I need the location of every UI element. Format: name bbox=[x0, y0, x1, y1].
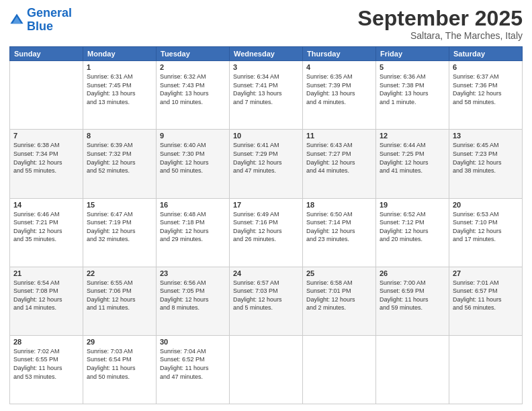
calendar-cell: 24Sunrise: 6:57 AM Sunset: 7:03 PM Dayli… bbox=[230, 267, 303, 335]
calendar-cell bbox=[230, 335, 303, 404]
calendar-cell bbox=[303, 335, 376, 404]
day-info: Sunrise: 6:49 AM Sunset: 7:16 PM Dayligh… bbox=[233, 210, 299, 244]
calendar-cell: 6Sunrise: 6:37 AM Sunset: 7:36 PM Daylig… bbox=[449, 61, 523, 130]
day-info: Sunrise: 6:34 AM Sunset: 7:41 PM Dayligh… bbox=[233, 73, 299, 106]
logo: General Blue bbox=[9, 7, 72, 34]
day-number: 24 bbox=[233, 269, 299, 277]
day-number: 3 bbox=[233, 63, 299, 71]
calendar-cell: 10Sunrise: 6:41 AM Sunset: 7:29 PM Dayli… bbox=[230, 130, 303, 198]
day-number: 6 bbox=[453, 63, 519, 71]
day-info: Sunrise: 6:38 AM Sunset: 7:34 PM Dayligh… bbox=[13, 141, 79, 175]
calendar-cell: 14Sunrise: 6:46 AM Sunset: 7:21 PM Dayli… bbox=[10, 198, 83, 267]
calendar-cell: 19Sunrise: 6:52 AM Sunset: 7:12 PM Dayli… bbox=[376, 198, 449, 267]
day-info: Sunrise: 6:40 AM Sunset: 7:30 PM Dayligh… bbox=[160, 141, 226, 175]
calendar-cell: 22Sunrise: 6:55 AM Sunset: 7:06 PM Dayli… bbox=[83, 267, 157, 335]
day-number: 15 bbox=[87, 201, 152, 209]
calendar-cell: 5Sunrise: 6:36 AM Sunset: 7:38 PM Daylig… bbox=[376, 61, 449, 130]
calendar-cell: 2Sunrise: 6:32 AM Sunset: 7:43 PM Daylig… bbox=[157, 61, 230, 130]
day-number: 9 bbox=[160, 132, 226, 140]
page: General Blue September 2025 Saltara, The… bbox=[0, 0, 532, 411]
calendar-cell: 17Sunrise: 6:49 AM Sunset: 7:16 PM Dayli… bbox=[230, 198, 303, 267]
day-number: 28 bbox=[13, 338, 79, 346]
day-info: Sunrise: 6:35 AM Sunset: 7:39 PM Dayligh… bbox=[306, 73, 372, 106]
day-number: 12 bbox=[380, 132, 445, 140]
logo-blue: Blue bbox=[27, 19, 53, 33]
weekday-header: Saturday bbox=[449, 47, 523, 61]
calendar-cell: 3Sunrise: 6:34 AM Sunset: 7:41 PM Daylig… bbox=[230, 61, 303, 130]
calendar-cell: 8Sunrise: 6:39 AM Sunset: 7:32 PM Daylig… bbox=[83, 130, 157, 198]
day-number: 30 bbox=[160, 338, 226, 346]
logo-general: General bbox=[27, 6, 72, 19]
weekday-header: Wednesday bbox=[230, 47, 303, 61]
calendar-cell: 7Sunrise: 6:38 AM Sunset: 7:34 PM Daylig… bbox=[10, 130, 83, 198]
day-info: Sunrise: 7:01 AM Sunset: 6:57 PM Dayligh… bbox=[453, 279, 519, 312]
calendar-cell: 9Sunrise: 6:40 AM Sunset: 7:30 PM Daylig… bbox=[157, 130, 230, 198]
day-info: Sunrise: 6:37 AM Sunset: 7:36 PM Dayligh… bbox=[453, 73, 519, 106]
weekday-header: Monday bbox=[83, 47, 157, 61]
calendar-header-row: SundayMondayTuesdayWednesdayThursdayFrid… bbox=[10, 47, 523, 61]
day-info: Sunrise: 7:02 AM Sunset: 6:55 PM Dayligh… bbox=[13, 347, 79, 381]
day-info: Sunrise: 6:48 AM Sunset: 7:18 PM Dayligh… bbox=[160, 210, 226, 244]
day-info: Sunrise: 7:00 AM Sunset: 6:59 PM Dayligh… bbox=[380, 279, 445, 312]
weekday-header: Tuesday bbox=[157, 47, 230, 61]
logo-text: General Blue bbox=[27, 7, 72, 34]
day-info: Sunrise: 7:04 AM Sunset: 6:52 PM Dayligh… bbox=[160, 347, 226, 381]
day-info: Sunrise: 6:57 AM Sunset: 7:03 PM Dayligh… bbox=[233, 279, 299, 312]
day-number: 17 bbox=[233, 201, 299, 209]
day-number: 21 bbox=[13, 269, 79, 277]
day-info: Sunrise: 6:39 AM Sunset: 7:32 PM Dayligh… bbox=[87, 141, 152, 175]
day-number: 10 bbox=[233, 132, 299, 140]
calendar-cell: 12Sunrise: 6:44 AM Sunset: 7:25 PM Dayli… bbox=[376, 130, 449, 198]
calendar-cell: 21Sunrise: 6:54 AM Sunset: 7:08 PM Dayli… bbox=[10, 267, 83, 335]
calendar-cell: 30Sunrise: 7:04 AM Sunset: 6:52 PM Dayli… bbox=[157, 335, 230, 404]
day-number: 5 bbox=[380, 63, 445, 71]
title-block: September 2025 Saltara, The Marches, Ita… bbox=[358, 7, 523, 41]
day-number: 19 bbox=[380, 201, 445, 209]
day-info: Sunrise: 6:47 AM Sunset: 7:19 PM Dayligh… bbox=[87, 210, 152, 244]
calendar-cell: 15Sunrise: 6:47 AM Sunset: 7:19 PM Dayli… bbox=[83, 198, 157, 267]
day-info: Sunrise: 7:03 AM Sunset: 6:54 PM Dayligh… bbox=[87, 347, 152, 381]
day-number: 11 bbox=[306, 132, 372, 140]
calendar-cell: 4Sunrise: 6:35 AM Sunset: 7:39 PM Daylig… bbox=[303, 61, 376, 130]
calendar-cell: 16Sunrise: 6:48 AM Sunset: 7:18 PM Dayli… bbox=[157, 198, 230, 267]
day-info: Sunrise: 6:50 AM Sunset: 7:14 PM Dayligh… bbox=[306, 210, 372, 244]
day-number: 22 bbox=[87, 269, 152, 277]
day-info: Sunrise: 6:56 AM Sunset: 7:05 PM Dayligh… bbox=[160, 279, 226, 312]
day-info: Sunrise: 6:52 AM Sunset: 7:12 PM Dayligh… bbox=[380, 210, 445, 244]
day-number: 2 bbox=[160, 63, 226, 71]
day-info: Sunrise: 6:32 AM Sunset: 7:43 PM Dayligh… bbox=[160, 73, 226, 106]
logo-icon bbox=[9, 13, 24, 28]
day-info: Sunrise: 6:55 AM Sunset: 7:06 PM Dayligh… bbox=[87, 279, 152, 312]
calendar-cell: 27Sunrise: 7:01 AM Sunset: 6:57 PM Dayli… bbox=[449, 267, 523, 335]
calendar-cell: 23Sunrise: 6:56 AM Sunset: 7:05 PM Dayli… bbox=[157, 267, 230, 335]
day-number: 7 bbox=[13, 132, 79, 140]
day-info: Sunrise: 6:44 AM Sunset: 7:25 PM Dayligh… bbox=[380, 141, 445, 175]
day-number: 1 bbox=[87, 63, 152, 71]
day-number: 16 bbox=[160, 201, 226, 209]
calendar-cell: 11Sunrise: 6:43 AM Sunset: 7:27 PM Dayli… bbox=[303, 130, 376, 198]
day-number: 14 bbox=[13, 201, 79, 209]
weekday-header: Friday bbox=[376, 47, 449, 61]
day-info: Sunrise: 6:31 AM Sunset: 7:45 PM Dayligh… bbox=[87, 73, 152, 106]
calendar-week-row: 14Sunrise: 6:46 AM Sunset: 7:21 PM Dayli… bbox=[10, 198, 523, 267]
calendar-week-row: 28Sunrise: 7:02 AM Sunset: 6:55 PM Dayli… bbox=[10, 335, 523, 404]
location: Saltara, The Marches, Italy bbox=[358, 30, 523, 41]
day-number: 20 bbox=[453, 201, 519, 209]
day-number: 27 bbox=[453, 269, 519, 277]
calendar-cell bbox=[10, 61, 83, 130]
day-info: Sunrise: 6:45 AM Sunset: 7:23 PM Dayligh… bbox=[453, 141, 519, 175]
calendar-cell: 29Sunrise: 7:03 AM Sunset: 6:54 PM Dayli… bbox=[83, 335, 157, 404]
calendar-cell: 18Sunrise: 6:50 AM Sunset: 7:14 PM Dayli… bbox=[303, 198, 376, 267]
calendar-week-row: 21Sunrise: 6:54 AM Sunset: 7:08 PM Dayli… bbox=[10, 267, 523, 335]
calendar-week-row: 7Sunrise: 6:38 AM Sunset: 7:34 PM Daylig… bbox=[10, 130, 523, 198]
day-number: 4 bbox=[306, 63, 372, 71]
day-number: 8 bbox=[87, 132, 152, 140]
day-info: Sunrise: 6:53 AM Sunset: 7:10 PM Dayligh… bbox=[453, 210, 519, 244]
calendar-cell: 28Sunrise: 7:02 AM Sunset: 6:55 PM Dayli… bbox=[10, 335, 83, 404]
calendar-cell: 25Sunrise: 6:58 AM Sunset: 7:01 PM Dayli… bbox=[303, 267, 376, 335]
calendar-cell: 13Sunrise: 6:45 AM Sunset: 7:23 PM Dayli… bbox=[449, 130, 523, 198]
day-info: Sunrise: 6:41 AM Sunset: 7:29 PM Dayligh… bbox=[233, 141, 299, 175]
header: General Blue September 2025 Saltara, The… bbox=[9, 7, 523, 41]
day-info: Sunrise: 6:46 AM Sunset: 7:21 PM Dayligh… bbox=[13, 210, 79, 244]
weekday-header: Sunday bbox=[10, 47, 83, 61]
